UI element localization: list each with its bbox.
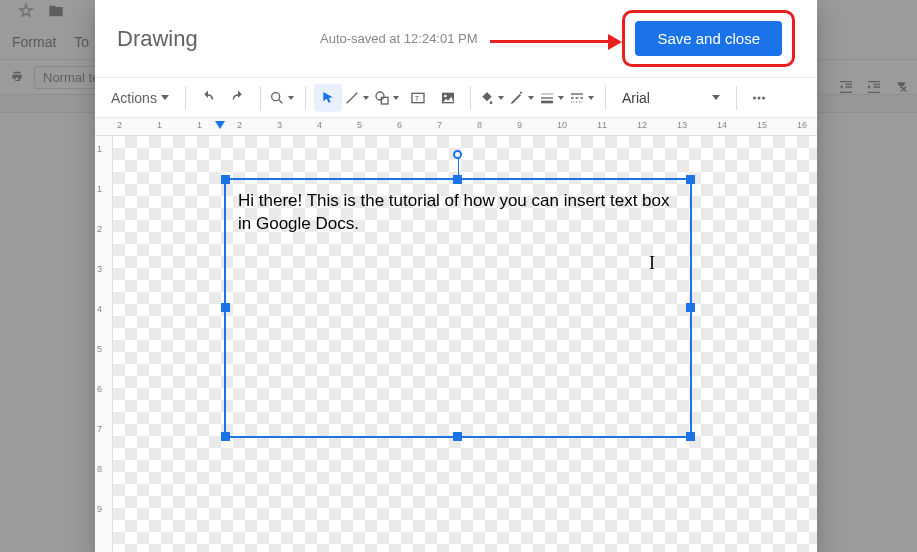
svg-point-17 bbox=[762, 96, 765, 99]
ruler-horizontal[interactable]: 2112345678910111213141516 bbox=[95, 118, 817, 136]
zoom-menu[interactable] bbox=[269, 84, 297, 112]
textbox-tool[interactable]: T bbox=[404, 84, 432, 112]
svg-point-8 bbox=[444, 94, 447, 97]
ruler-tick: 4 bbox=[97, 304, 102, 314]
save-and-close-button[interactable]: Save and close bbox=[635, 21, 782, 56]
ruler-tick: 12 bbox=[637, 120, 647, 130]
print-icon[interactable] bbox=[6, 66, 28, 88]
ruler-tick: 16 bbox=[797, 120, 807, 130]
drawing-canvas[interactable]: Hi there! This is the tutorial of how yo… bbox=[113, 136, 817, 552]
menu-tools[interactable]: To bbox=[74, 34, 89, 50]
ruler-tick: 5 bbox=[97, 344, 102, 354]
redo-button[interactable] bbox=[224, 84, 252, 112]
dialog-title: Drawing bbox=[117, 26, 198, 52]
ruler-tick: 8 bbox=[97, 464, 102, 474]
rotate-handle[interactable] bbox=[453, 150, 462, 159]
textbox-content[interactable]: Hi there! This is the tutorial of how yo… bbox=[226, 180, 690, 246]
drawing-toolbar: Actions T Arial bbox=[95, 78, 817, 118]
resize-handle-tr[interactable] bbox=[686, 175, 695, 184]
drawing-dialog: Drawing Auto-saved at 12:24:01 PM Save a… bbox=[95, 0, 817, 552]
text-cursor-icon: I bbox=[649, 253, 655, 274]
autosave-status: Auto-saved at 12:24:01 PM bbox=[320, 31, 478, 46]
docs-right-tools bbox=[835, 76, 913, 98]
save-button-highlight: Save and close bbox=[622, 10, 795, 67]
ruler-tick: 2 bbox=[117, 120, 122, 130]
folder-icon[interactable] bbox=[48, 3, 78, 23]
decrease-indent-icon[interactable] bbox=[835, 76, 857, 98]
fill-color-button[interactable] bbox=[479, 84, 507, 112]
svg-text:T: T bbox=[415, 93, 420, 102]
border-weight-button[interactable] bbox=[539, 84, 567, 112]
line-tool[interactable] bbox=[344, 84, 372, 112]
svg-point-3 bbox=[376, 92, 384, 100]
increase-indent-icon[interactable] bbox=[863, 76, 885, 98]
resize-handle-t[interactable] bbox=[453, 175, 462, 184]
ruler-tick: 7 bbox=[437, 120, 442, 130]
ruler-tick: 5 bbox=[357, 120, 362, 130]
svg-point-16 bbox=[757, 96, 760, 99]
ruler-tick: 10 bbox=[557, 120, 567, 130]
ruler-tick: 13 bbox=[677, 120, 687, 130]
svg-line-1 bbox=[279, 100, 282, 103]
menu-format[interactable]: Format bbox=[12, 34, 56, 50]
ruler-tick: 7 bbox=[97, 424, 102, 434]
svg-rect-4 bbox=[381, 97, 388, 104]
svg-point-15 bbox=[753, 96, 756, 99]
ruler-tick: 9 bbox=[517, 120, 522, 130]
undo-button[interactable] bbox=[194, 84, 222, 112]
indent-marker-icon[interactable] bbox=[215, 121, 225, 129]
ruler-tick: 1 bbox=[197, 120, 202, 130]
resize-handle-bl[interactable] bbox=[221, 432, 230, 441]
border-dash-button[interactable] bbox=[569, 84, 597, 112]
textbox-shape[interactable]: Hi there! This is the tutorial of how yo… bbox=[224, 178, 692, 438]
ruler-tick: 6 bbox=[97, 384, 102, 394]
ruler-tick: 11 bbox=[597, 120, 607, 130]
image-tool[interactable] bbox=[434, 84, 462, 112]
actions-menu[interactable]: Actions bbox=[109, 90, 177, 106]
clear-formatting-icon[interactable] bbox=[891, 76, 913, 98]
svg-line-2 bbox=[347, 92, 358, 103]
dialog-header: Drawing Auto-saved at 12:24:01 PM Save a… bbox=[95, 0, 817, 78]
ruler-tick: 3 bbox=[277, 120, 282, 130]
ruler-tick: 14 bbox=[717, 120, 727, 130]
ruler-tick: 1 bbox=[97, 144, 102, 154]
ruler-tick: 9 bbox=[97, 504, 102, 514]
select-tool[interactable] bbox=[314, 84, 342, 112]
border-color-button[interactable] bbox=[509, 84, 537, 112]
font-family-select[interactable]: Arial bbox=[614, 90, 728, 106]
shape-tool[interactable] bbox=[374, 84, 402, 112]
more-options-button[interactable] bbox=[745, 84, 773, 112]
resize-handle-b[interactable] bbox=[453, 432, 462, 441]
ruler-tick: 4 bbox=[317, 120, 322, 130]
ruler-tick: 6 bbox=[397, 120, 402, 130]
ruler-tick: 1 bbox=[157, 120, 162, 130]
resize-handle-r[interactable] bbox=[686, 303, 695, 312]
ruler-vertical[interactable]: 1123456789 bbox=[95, 136, 113, 552]
star-icon[interactable] bbox=[18, 3, 48, 23]
ruler-tick: 1 bbox=[97, 184, 102, 194]
ruler-tick: 8 bbox=[477, 120, 482, 130]
resize-handle-br[interactable] bbox=[686, 432, 695, 441]
svg-point-0 bbox=[272, 92, 280, 100]
ruler-tick: 3 bbox=[97, 264, 102, 274]
resize-handle-tl[interactable] bbox=[221, 175, 230, 184]
ruler-tick: 15 bbox=[757, 120, 767, 130]
ruler-tick: 2 bbox=[237, 120, 242, 130]
resize-handle-l[interactable] bbox=[221, 303, 230, 312]
ruler-tick: 2 bbox=[97, 224, 102, 234]
